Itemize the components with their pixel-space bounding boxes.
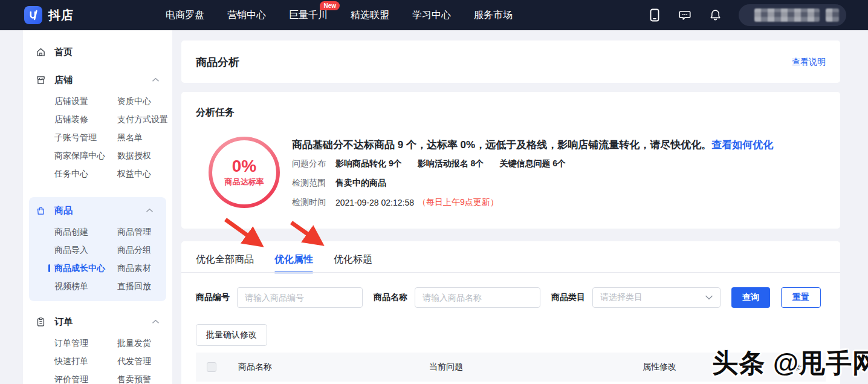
sidebar-item-product-growth-label: 商品成长中心 bbox=[54, 263, 105, 273]
sidebar-item-home[interactable]: 首页 bbox=[23, 44, 172, 60]
product-category-label: 商品类目 bbox=[551, 292, 585, 303]
nav-item-qianchuan[interactable]: 巨量千川New bbox=[289, 9, 328, 22]
product-name-input[interactable] bbox=[415, 287, 540, 308]
optimize-tabs: 优化全部商品 优化属性 优化标题 bbox=[196, 253, 372, 273]
watermark: 头条 @甩手网 bbox=[712, 346, 868, 381]
brand-logo-group[interactable]: 抖店 bbox=[24, 6, 74, 24]
column-header-product-name: 商品名称 bbox=[238, 362, 272, 373]
storefront-icon bbox=[35, 74, 46, 85]
sidebar-section-order[interactable]: 订单 bbox=[23, 313, 172, 330]
update-note: （每日上午9点更新） bbox=[418, 197, 499, 208]
sidebar-item-payment-settings[interactable]: 支付方式设置 bbox=[117, 110, 172, 128]
sidebar-item-product-create[interactable]: 商品创建 bbox=[54, 223, 117, 241]
search-button[interactable]: 查询 bbox=[731, 287, 770, 308]
sidebar-item-rights-center[interactable]: 权益中心 bbox=[117, 164, 172, 183]
sidebar-item-subaccount[interactable]: 子账号管理 bbox=[54, 128, 117, 146]
sidebar-item-shop-settings[interactable]: 店铺设置 bbox=[54, 92, 117, 110]
sidebar-item-merchant-protection[interactable]: 商家保障中心 bbox=[54, 146, 117, 164]
navbar-right bbox=[648, 4, 846, 26]
pass-rate-gauge: 0% 商品达标率 bbox=[208, 136, 280, 209]
analysis-headline-text: 商品基础分不达标商品 9 个，达标率 0%，远低于及格线，影响店铺流量转化，请尽… bbox=[292, 139, 711, 151]
view-instructions-link[interactable]: 查看说明 bbox=[792, 57, 826, 68]
category-select-placeholder: 请选择类目 bbox=[600, 292, 643, 303]
nav-item-marketing[interactable]: 营销中心 bbox=[227, 9, 266, 22]
chevron-up-icon bbox=[152, 77, 159, 82]
sidebar-item-qualification-center[interactable]: 资质中心 bbox=[117, 92, 172, 110]
nav-menu: 电商罗盘 营销中心 巨量千川New 精选联盟 学习中心 服务市场 bbox=[166, 9, 513, 22]
reset-button[interactable]: 重置 bbox=[781, 287, 821, 308]
sidebar-item-shop-decoration[interactable]: 店铺装修 bbox=[54, 110, 117, 128]
gauge-label: 商品达标率 bbox=[225, 177, 264, 187]
scope-label: 检测范围 bbox=[292, 178, 335, 189]
sidebar-item-video-ranking[interactable]: 视频榜单 bbox=[54, 277, 117, 295]
tabs-divider bbox=[181, 272, 840, 273]
sidebar-section-product[interactable]: 商品 bbox=[29, 202, 166, 219]
chevron-up-icon bbox=[152, 319, 159, 324]
page-header-card: 商品分析 查看说明 bbox=[181, 41, 840, 83]
analysis-task-card: 分析任务 0% 商品达标率 商品基础分不达标商品 9 个，达标率 0%，远低于及… bbox=[181, 92, 840, 229]
sidebar-item-product-growth-center[interactable]: 商品成长中心 bbox=[54, 259, 117, 277]
nav-item-compass[interactable]: 电商罗盘 bbox=[166, 9, 204, 22]
page-title: 商品分析 bbox=[196, 55, 239, 70]
sidebar-section-shop[interactable]: 店铺 bbox=[23, 71, 172, 88]
active-indicator-bar bbox=[48, 264, 50, 272]
tab-optimize-titles[interactable]: 优化标题 bbox=[334, 253, 372, 273]
scope-value: 售卖中的商品 bbox=[335, 178, 386, 189]
nav-item-alliance[interactable]: 精选联盟 bbox=[351, 9, 389, 22]
clipboard-icon bbox=[35, 316, 46, 327]
brand-name: 抖店 bbox=[48, 7, 74, 24]
product-submenu: 商品创建 商品管理 商品导入 商品分组 商品成长中心 商品素材 视频榜单 直播回… bbox=[29, 223, 166, 295]
analysis-section-title: 分析任务 bbox=[196, 106, 235, 119]
time-row: 检测时间 2021-09-28 02:12:58 （每日上午9点更新） bbox=[292, 197, 499, 208]
select-all-checkbox[interactable] bbox=[207, 362, 216, 372]
bulk-confirm-button[interactable]: 批量确认修改 bbox=[196, 324, 267, 346]
sidebar-order-title: 订单 bbox=[54, 316, 73, 328]
sidebar-item-task-center[interactable]: 任务中心 bbox=[54, 164, 117, 183]
mobile-icon[interactable] bbox=[648, 8, 661, 22]
column-header-attribute-edit: 属性修改 bbox=[643, 362, 676, 373]
sidebar-item-batch-shipping[interactable]: 批量发货 bbox=[117, 334, 172, 352]
nav-item-learning[interactable]: 学习中心 bbox=[412, 9, 451, 22]
sidebar-item-product-manage[interactable]: 商品管理 bbox=[117, 223, 166, 241]
tab-optimize-attributes[interactable]: 优化属性 bbox=[274, 253, 313, 273]
sidebar-item-sale-warning[interactable]: 售卖预警 bbox=[117, 370, 172, 384]
sidebar-item-blacklist[interactable]: 黑名单 bbox=[117, 128, 172, 146]
sidebar-item-dropship-manage[interactable]: 代发管理 bbox=[117, 352, 172, 370]
sidebar-item-product-group[interactable]: 商品分组 bbox=[117, 241, 166, 259]
distribution-item-activity: 影响活动报名 8个 bbox=[418, 158, 484, 169]
distribution-row: 问题分布 影响商品转化 9个 影响活动报名 8个 关键信息问题 6个 bbox=[292, 158, 566, 169]
sidebar-item-review-manage[interactable]: 评价管理 bbox=[54, 370, 117, 384]
bell-icon[interactable] bbox=[708, 8, 722, 22]
new-badge: New bbox=[320, 1, 340, 10]
product-id-input[interactable] bbox=[237, 287, 363, 308]
sidebar-item-order-manage[interactable]: 订单管理 bbox=[54, 334, 117, 352]
sidebar-item-product-import[interactable]: 商品导入 bbox=[54, 241, 117, 259]
product-id-label: 商品编号 bbox=[196, 292, 230, 303]
shop-submenu: 店铺设置 资质中心 店铺装修 支付方式设置 子账号管理 黑名单 商家保障中心 数… bbox=[23, 92, 172, 183]
chevron-down-icon bbox=[705, 295, 713, 300]
nav-item-qianchuan-label: 巨量千川 bbox=[289, 10, 328, 20]
chevron-up-icon bbox=[146, 208, 153, 213]
douyin-shop-logo-icon bbox=[24, 6, 42, 24]
sidebar-section-product-block: 商品 商品创建 商品管理 商品导入 商品分组 商品成长中心 商品素材 视频榜单 … bbox=[29, 197, 166, 301]
sidebar-item-data-authorization[interactable]: 数据授权 bbox=[117, 146, 172, 164]
category-select[interactable]: 请选择类目 bbox=[592, 287, 721, 308]
sidebar-item-product-material[interactable]: 商品素材 bbox=[117, 259, 166, 277]
product-name-label: 商品名称 bbox=[374, 292, 407, 303]
tab-optimize-all[interactable]: 优化全部商品 bbox=[196, 253, 254, 273]
time-label: 检测时间 bbox=[292, 197, 335, 208]
column-header-current-issue: 当前问题 bbox=[429, 362, 463, 373]
filter-bar: 商品编号 商品名称 商品类目 请选择类目 查询 重置 bbox=[196, 287, 826, 308]
user-account-pill[interactable] bbox=[739, 4, 846, 26]
message-icon[interactable] bbox=[678, 8, 691, 22]
sidebar-item-quick-print[interactable]: 快速打单 bbox=[54, 352, 117, 370]
time-value: 2021-09-28 02:12:58 bbox=[335, 198, 414, 207]
sidebar-home-label: 首页 bbox=[54, 47, 73, 58]
sidebar-item-live-replay[interactable]: 直播回放 bbox=[117, 277, 166, 295]
order-submenu: 订单管理 批量发货 快速打单 代发管理 评价管理 售卖预警 核销管理 订单开票 bbox=[23, 334, 172, 384]
home-icon bbox=[35, 47, 46, 57]
scope-row: 检测范围 售卖中的商品 bbox=[292, 178, 386, 189]
nav-item-service-market[interactable]: 服务市场 bbox=[474, 9, 513, 22]
how-to-optimize-link[interactable]: 查看如何优化 bbox=[711, 139, 773, 151]
user-name-redacted bbox=[754, 8, 820, 22]
